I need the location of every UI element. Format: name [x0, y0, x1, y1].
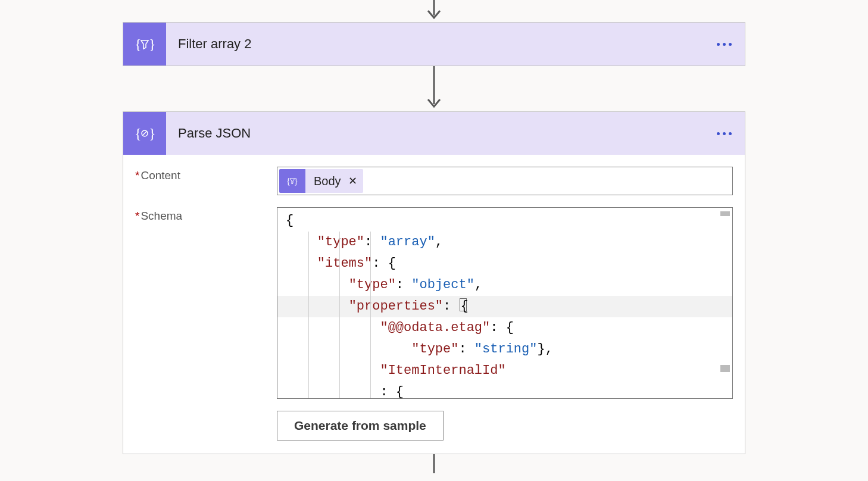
schema-label: *Schema: [135, 207, 277, 441]
step-title: Parse JSON: [178, 126, 251, 141]
svg-text:}: }: [294, 177, 298, 186]
step-header[interactable]: {} Parse JSON: [123, 112, 745, 155]
svg-text:}: }: [149, 36, 155, 52]
svg-text:{: {: [135, 36, 142, 52]
dynamic-content-token[interactable]: {} Body ✕: [279, 169, 363, 193]
step-filter-array[interactable]: {} Filter array 2: [123, 22, 745, 66]
token-remove-button[interactable]: ✕: [347, 174, 363, 188]
step-menu-button[interactable]: [717, 43, 732, 46]
data-operations-icon: {}: [279, 169, 305, 193]
content-label: *Content: [135, 167, 277, 195]
generate-from-sample-button[interactable]: Generate from sample: [277, 411, 444, 441]
scrollbar[interactable]: [720, 211, 730, 395]
flow-arrow-icon: [425, 66, 443, 111]
svg-line-7: [142, 131, 146, 135]
schema-editor[interactable]: { "type": "array", "items": { "type": "o…: [277, 207, 733, 399]
step-menu-button[interactable]: [717, 132, 732, 135]
svg-text:{: {: [286, 177, 291, 186]
svg-text:{: {: [135, 126, 142, 141]
flow-arrow-icon: [425, 454, 443, 473]
content-input[interactable]: {} Body ✕: [277, 167, 733, 195]
data-operations-icon: {}: [123, 23, 166, 65]
token-label: Body: [305, 174, 347, 188]
data-operations-icon: {}: [123, 112, 166, 155]
step-title: Filter array 2: [178, 36, 251, 52]
svg-text:}: }: [149, 126, 155, 141]
flow-arrow-icon: [425, 0, 443, 22]
step-parse-json: {} Parse JSON *Content {}: [123, 111, 745, 454]
